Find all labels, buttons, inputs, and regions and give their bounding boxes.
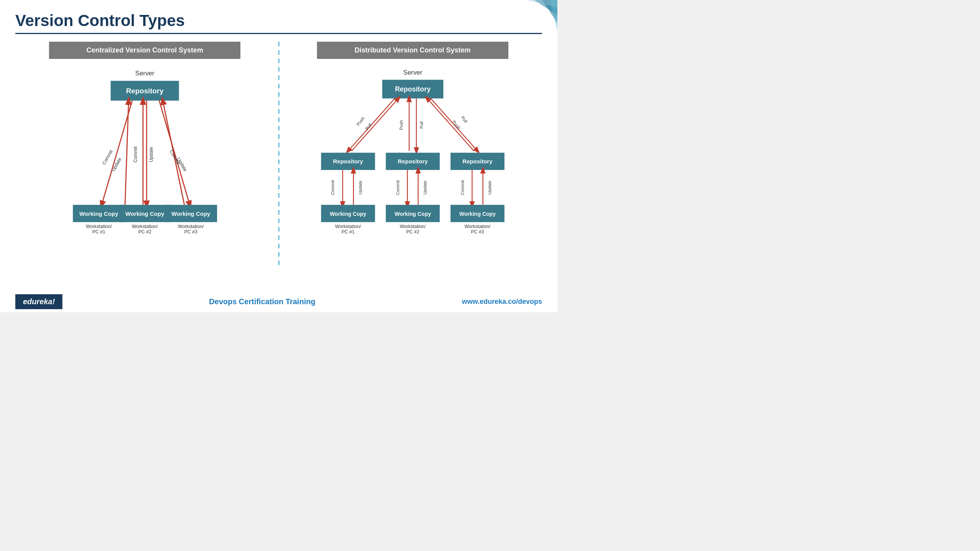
- svg-text:Commit: Commit: [101, 149, 114, 166]
- svg-text:Update: Update: [110, 156, 122, 172]
- svg-text:Server: Server: [403, 69, 422, 76]
- svg-text:Commit: Commit: [395, 180, 400, 195]
- svg-text:Workstation/: Workstation/: [335, 224, 361, 229]
- title-underline: [15, 33, 542, 34]
- svg-line-39: [427, 98, 474, 151]
- centralized-diagram: Server Repository Commit: [23, 65, 267, 266]
- svg-text:Pull: Pull: [460, 115, 468, 124]
- svg-text:Working Copy: Working Copy: [330, 211, 366, 217]
- svg-text:Workstation/: Workstation/: [400, 224, 426, 229]
- footer-center-text: Devops Certification Training: [209, 297, 315, 306]
- content-area: Centralized Version Control System Serve…: [15, 42, 542, 266]
- svg-text:Pull: Pull: [419, 121, 423, 129]
- svg-text:Working Copy: Working Copy: [126, 210, 165, 217]
- svg-text:PC #2: PC #2: [406, 229, 419, 235]
- right-header: Distributed Version Control System: [317, 42, 508, 59]
- svg-text:Update: Update: [149, 147, 154, 162]
- svg-text:Push: Push: [399, 120, 403, 130]
- svg-text:PC #3: PC #3: [185, 229, 198, 235]
- svg-text:Update: Update: [358, 181, 362, 194]
- footer-right-text: www.edureka.co/devops: [462, 298, 542, 306]
- left-header: Centralized Version Control System: [49, 42, 240, 59]
- svg-text:Repository: Repository: [126, 87, 164, 95]
- distributed-diagram: Server Repository Push Pull: [291, 65, 535, 266]
- svg-text:PC #2: PC #2: [138, 229, 151, 235]
- panel-divider: [278, 42, 279, 266]
- left-panel: Centralized Version Control System Serve…: [15, 42, 274, 266]
- svg-text:Workstation/: Workstation/: [132, 224, 158, 229]
- svg-text:Repository: Repository: [398, 158, 428, 165]
- svg-text:Commit: Commit: [133, 146, 138, 163]
- svg-text:Workstation/: Workstation/: [86, 224, 112, 229]
- svg-text:Commit: Commit: [330, 180, 335, 195]
- svg-text:Workstation/: Workstation/: [464, 224, 490, 229]
- svg-text:Update: Update: [487, 181, 492, 194]
- svg-text:Working Copy: Working Copy: [172, 210, 211, 217]
- svg-text:Repository: Repository: [462, 158, 493, 165]
- svg-text:Update: Update: [422, 181, 427, 194]
- svg-text:Working Copy: Working Copy: [459, 211, 495, 217]
- svg-text:Server: Server: [135, 70, 154, 77]
- slide: Version Control Types Centralized Versio…: [0, 0, 557, 312]
- right-panel: Distributed Version Control System Serve…: [283, 42, 542, 266]
- corner-decoration: [511, 0, 557, 31]
- svg-text:PC #3: PC #3: [471, 229, 484, 235]
- svg-text:Push: Push: [451, 119, 461, 130]
- svg-text:Commit: Commit: [460, 180, 464, 195]
- svg-text:Working Copy: Working Copy: [394, 211, 431, 217]
- svg-text:Repository: Repository: [395, 85, 430, 93]
- slide-title: Version Control Types: [15, 11, 542, 30]
- svg-text:Push: Push: [356, 116, 365, 127]
- svg-text:PC #1: PC #1: [92, 229, 105, 235]
- svg-line-8: [125, 101, 129, 205]
- svg-marker-3: [527, 0, 557, 8]
- svg-text:Workstation/: Workstation/: [178, 224, 204, 229]
- svg-text:Repository: Repository: [333, 158, 363, 165]
- footer: edureka! Devops Certification Training w…: [0, 291, 557, 312]
- footer-logo: edureka!: [15, 294, 62, 309]
- svg-text:PC #1: PC #1: [341, 229, 354, 235]
- svg-text:Working Copy: Working Copy: [79, 210, 118, 217]
